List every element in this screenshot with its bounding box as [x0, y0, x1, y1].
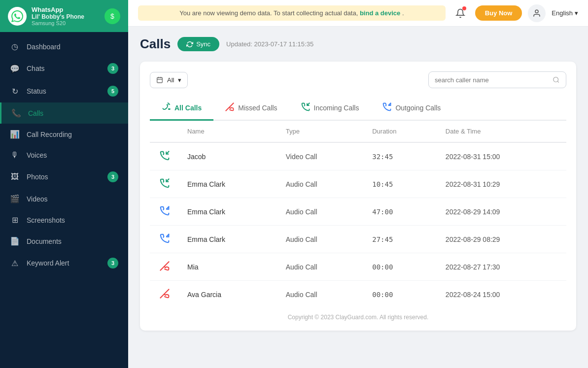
- sidebar-item-keyword-alert[interactable]: ⚠ Keyword Alert 3: [0, 252, 128, 274]
- calls-table: Name Type Duration Date & Time Jacob Vid…: [150, 121, 566, 308]
- svg-line-6: [558, 81, 559, 83]
- call-datetime: 2022-08-31 15:00: [438, 142, 566, 170]
- sidebar-item-call-recording[interactable]: 📊 Call Recording: [0, 124, 128, 145]
- screenshots-icon: ⊞: [10, 215, 20, 225]
- search-box[interactable]: [428, 71, 566, 88]
- demo-suffix: .: [402, 9, 404, 17]
- tab-all-calls-label: All Calls: [174, 104, 202, 112]
- table-row: Emma Clark Audio Call 47:00 2022-08-29 1…: [150, 198, 566, 226]
- svg-rect-1: [157, 77, 163, 83]
- sidebar-item-chats[interactable]: 💬 Chats 3: [0, 57, 128, 80]
- device-name: Lil' Bobby's Phone: [32, 13, 100, 20]
- status-icon: ↻: [10, 87, 20, 96]
- calls-toolbar: All ▾: [150, 71, 566, 88]
- calls-table-body: Jacob Video Call 32:45 2022-08-31 15:00 …: [150, 142, 566, 308]
- photos-icon: 🖼: [10, 172, 20, 181]
- call-type: Audio Call: [278, 281, 365, 308]
- videos-icon: 🎬: [10, 194, 20, 203]
- table-row: Emma Clark Audio Call 27:45 2022-08-29 0…: [150, 226, 566, 253]
- calls-icon: 📞: [11, 108, 21, 118]
- call-type-icon-cell: [150, 198, 179, 226]
- sidebar-item-videos[interactable]: 🎬 Videos: [0, 188, 128, 209]
- call-duration: 00:00: [364, 253, 438, 281]
- sidebar-item-photos[interactable]: 🖼 Photos 3: [0, 166, 128, 188]
- sidebar-label-documents: Documents: [27, 237, 118, 245]
- tab-missed-calls[interactable]: Missed Calls: [213, 96, 289, 121]
- date-filter-dropdown[interactable]: All ▾: [150, 72, 188, 88]
- updated-timestamp: Updated: 2023-07-17 11:15:35: [226, 40, 313, 48]
- call-name: Emma Clark: [179, 170, 278, 198]
- page-content: Calls Sync Updated: 2023-07-17 11:15:35: [128, 27, 588, 368]
- tab-missed-calls-label: Missed Calls: [238, 104, 277, 112]
- call-type: Audio Call: [278, 226, 365, 253]
- call-name: Mia: [179, 253, 278, 281]
- call-type-icon-cell: [150, 253, 179, 281]
- sidebar-label-calls: Calls: [28, 109, 118, 117]
- topbar: You are now viewing demo data. To start …: [128, 0, 588, 27]
- whatsapp-logo: [8, 7, 27, 26]
- incoming-calls-icon: [301, 102, 310, 113]
- sidebar-item-status[interactable]: ↻ Status 5: [0, 80, 128, 102]
- tab-incoming-calls[interactable]: Incoming Calls: [289, 96, 371, 121]
- col-name: Name: [179, 121, 278, 142]
- call-type-icon-cell: [150, 170, 179, 198]
- sidebar-item-calls[interactable]: 📞 Calls: [0, 102, 128, 124]
- sidebar-label-dashboard: Dashboard: [27, 43, 118, 51]
- call-type-icon-cell: [150, 281, 179, 308]
- call-type-icon-cell: [150, 226, 179, 253]
- notification-bell[interactable]: [451, 4, 469, 22]
- sidebar: WhatsApp Lil' Bobby's Phone Samsung S20 …: [0, 0, 128, 368]
- buy-now-button[interactable]: Buy Now: [475, 5, 522, 21]
- keyword-alert-icon: ⚠: [10, 259, 20, 268]
- call-name: Jacob: [179, 142, 278, 170]
- call-datetime: 2022-08-29 14:09: [438, 198, 566, 226]
- call-type: Audio Call: [278, 198, 365, 226]
- search-icon: [553, 76, 560, 84]
- all-calls-icon: [162, 102, 171, 113]
- sidebar-label-call-recording: Call Recording: [27, 131, 118, 138]
- keyword-alert-badge: 3: [107, 258, 118, 268]
- table-header: Name Type Duration Date & Time: [150, 121, 566, 142]
- call-duration: 32:45: [364, 142, 438, 170]
- sidebar-item-documents[interactable]: 📄 Documents: [0, 231, 128, 252]
- sidebar-item-screenshots[interactable]: ⊞ Screenshots: [0, 209, 128, 231]
- outgoing-calls-icon: [382, 102, 391, 113]
- sidebar-item-dashboard[interactable]: ◷ Dashboard: [0, 36, 128, 57]
- sidebar-label-photos: Photos: [27, 173, 101, 181]
- tab-all-calls[interactable]: All Calls: [150, 96, 213, 121]
- call-datetime: 2022-08-27 17:30: [438, 253, 566, 281]
- voices-icon: 🎙: [10, 151, 20, 160]
- user-avatar[interactable]: [528, 4, 546, 22]
- col-type: Type: [278, 121, 365, 142]
- table-row: Mia Audio Call 00:00 2022-08-27 17:30: [150, 253, 566, 281]
- call-duration: 10:45: [364, 170, 438, 198]
- call-name: Emma Clark: [179, 198, 278, 226]
- app-name: WhatsApp: [32, 6, 100, 13]
- call-type: Video Call: [278, 142, 365, 170]
- sidebar-nav: ◷ Dashboard 💬 Chats 3 ↻ Status 5 📞 Calls…: [0, 32, 128, 368]
- sidebar-label-videos: Videos: [27, 195, 118, 203]
- bind-device-link[interactable]: bind a device: [360, 9, 400, 17]
- language-selector[interactable]: English ▾: [552, 9, 578, 17]
- chats-badge: 3: [107, 63, 118, 74]
- sidebar-label-voices: Voices: [27, 151, 118, 159]
- call-recording-icon: 📊: [10, 130, 20, 139]
- call-type: Audio Call: [278, 170, 365, 198]
- status-badge: 5: [107, 86, 118, 97]
- account-icon[interactable]: $: [104, 8, 120, 24]
- call-datetime: 2022-08-29 08:29: [438, 226, 566, 253]
- svg-point-5: [553, 77, 558, 82]
- table-row: Jacob Video Call 32:45 2022-08-31 15:00: [150, 142, 566, 170]
- sync-button[interactable]: Sync: [177, 37, 219, 51]
- sidebar-item-voices[interactable]: 🎙 Voices: [0, 145, 128, 166]
- tab-outgoing-calls-label: Outgoing Calls: [395, 104, 441, 112]
- sidebar-label-status: Status: [27, 87, 101, 95]
- filter-label: All: [167, 76, 174, 84]
- dashboard-icon: ◷: [10, 42, 20, 51]
- sync-label: Sync: [196, 40, 210, 48]
- tab-outgoing-calls[interactable]: Outgoing Calls: [371, 96, 452, 121]
- col-duration: Duration: [364, 121, 438, 142]
- tab-incoming-calls-label: Incoming Calls: [314, 104, 359, 112]
- documents-icon: 📄: [10, 236, 20, 246]
- search-input[interactable]: [435, 76, 549, 84]
